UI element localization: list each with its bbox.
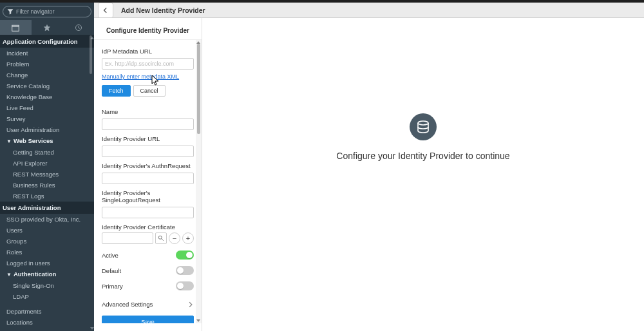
left-nav: Application Configuration IncidentProble… xyxy=(0,3,94,331)
nav-item[interactable]: Logged in users xyxy=(0,258,94,269)
advanced-settings-row[interactable]: Advanced Settings xyxy=(102,301,194,308)
toggle-default[interactable] xyxy=(176,266,194,275)
chevron-left-icon xyxy=(102,7,109,14)
nav-item[interactable]: Problem xyxy=(0,59,94,70)
nav-body: Application Configuration IncidentProble… xyxy=(0,35,94,331)
page-header: Add New Identity Provider xyxy=(94,3,644,18)
star-icon xyxy=(43,24,51,32)
certificate-add-button[interactable]: + xyxy=(182,232,194,244)
nav-item[interactable]: REST Messages xyxy=(0,169,94,180)
input-slo[interactable] xyxy=(102,207,194,218)
nav-item[interactable]: Locations xyxy=(0,317,94,328)
save-button[interactable]: Save xyxy=(102,316,194,323)
svg-point-3 xyxy=(158,236,162,239)
nav-tab-favorites[interactable] xyxy=(32,20,63,35)
filter-navigator[interactable] xyxy=(3,6,91,17)
label-slo: Identity Provider's SingleLogoutRequest xyxy=(102,189,194,203)
toggle-active[interactable] xyxy=(176,251,194,260)
nav-item[interactable]: LDAP xyxy=(0,291,94,302)
input-idp-metadata-url[interactable] xyxy=(102,58,194,70)
nav-item[interactable]: Change xyxy=(0,70,94,80)
label-provider-url: Identity Provider URL xyxy=(102,135,194,142)
nav-item[interactable]: Departments xyxy=(0,306,94,317)
chevron-right-icon xyxy=(187,301,194,308)
label-authnrequest: Identity Provider's AuthnRequest xyxy=(102,162,194,169)
nav-item[interactable]: Getting Started xyxy=(0,147,94,158)
label-primary: Primary xyxy=(102,283,123,290)
nav-item[interactable]: Incident xyxy=(0,48,94,59)
input-name[interactable] xyxy=(102,118,194,130)
nav-item[interactable]: Live Feed xyxy=(0,102,94,113)
nav-item[interactable]: User Administration xyxy=(0,124,94,135)
search-icon xyxy=(158,235,164,241)
nav-item[interactable]: Users xyxy=(0,225,94,236)
plus-icon: + xyxy=(186,234,190,242)
nav-tabs xyxy=(0,20,94,35)
nav-item[interactable]: SSO provided by Okta, Inc. xyxy=(0,214,94,225)
label-active: Active xyxy=(102,252,118,259)
input-certificate[interactable] xyxy=(102,232,153,244)
applications-icon xyxy=(12,24,19,32)
form-scrollbar[interactable] xyxy=(196,40,202,323)
nav-item[interactable]: API Explorer xyxy=(0,158,94,169)
nav-item[interactable]: Business Rules xyxy=(0,180,94,191)
nav-item[interactable]: Single Sign-On xyxy=(0,280,94,291)
form-title: Configure Identity Provider xyxy=(94,18,202,40)
nav-list-ws: Getting StartedAPI ExplorerREST Messages… xyxy=(0,147,94,202)
nav-item[interactable]: Companies xyxy=(0,328,94,331)
back-button[interactable] xyxy=(98,3,113,18)
filter-navigator-input[interactable] xyxy=(16,8,88,15)
nav-section-app-config: Application Configuration xyxy=(0,35,94,48)
nav-item[interactable]: REST Logs xyxy=(0,191,94,202)
label-certificate: Identity Provider Certificate xyxy=(102,223,194,231)
nav-list-1: IncidentProblemChangeService CatalogKnow… xyxy=(0,48,94,135)
link-manual-metadata[interactable]: Manually enter metadata XML xyxy=(102,73,179,80)
svg-line-4 xyxy=(162,239,164,241)
nav-group-web-services[interactable]: ▼Web Services xyxy=(0,135,94,147)
label-default: Default xyxy=(102,267,121,274)
config-form-panel: Configure Identity Provider IdP Metadata… xyxy=(94,18,202,331)
svg-rect-0 xyxy=(12,25,19,31)
clock-icon xyxy=(75,24,82,32)
certificate-remove-button[interactable]: − xyxy=(169,232,180,244)
nav-list-3: DepartmentsLocationsCompaniesLocation Ma… xyxy=(0,306,94,331)
nav-item[interactable]: Knowledge Base xyxy=(0,91,94,102)
svg-point-5 xyxy=(418,121,428,125)
funnel-icon xyxy=(7,8,14,15)
nav-list-2: SSO provided by Okta, Inc.UsersGroupsRol… xyxy=(0,214,94,269)
toggle-primary[interactable] xyxy=(176,281,194,290)
nav-group-authentication[interactable]: ▼Authentication xyxy=(0,269,94,280)
nav-item[interactable]: Groups xyxy=(0,236,94,247)
fetch-button[interactable]: Fetch xyxy=(102,85,131,97)
nav-list-auth: Single Sign-OnLDAP xyxy=(0,280,94,302)
input-authnrequest[interactable] xyxy=(102,173,194,184)
nav-item[interactable]: Survey xyxy=(0,113,94,124)
nav-section-user-admin: User Administration xyxy=(0,202,94,214)
label-idp-metadata-url: IdP Metadata URL xyxy=(102,48,194,55)
certificate-lookup-button[interactable] xyxy=(155,232,167,244)
label-name: Name xyxy=(102,108,194,115)
minus-icon: − xyxy=(173,234,176,242)
cancel-button[interactable]: Cancel xyxy=(133,85,166,97)
nav-tab-all[interactable] xyxy=(0,20,32,35)
nav-item[interactable]: Service Catalog xyxy=(0,80,94,91)
main-panel: Configure your Identity Provider to cont… xyxy=(202,18,644,331)
input-provider-url[interactable] xyxy=(102,146,194,157)
page-title: Add New Identity Provider xyxy=(121,6,205,14)
nav-scrollbar[interactable] xyxy=(90,35,94,331)
nav-item[interactable]: Roles xyxy=(0,247,94,258)
database-icon xyxy=(410,113,437,140)
main-empty-text: Configure your Identity Provider to cont… xyxy=(336,151,509,161)
nav-tab-history[interactable] xyxy=(62,20,94,35)
